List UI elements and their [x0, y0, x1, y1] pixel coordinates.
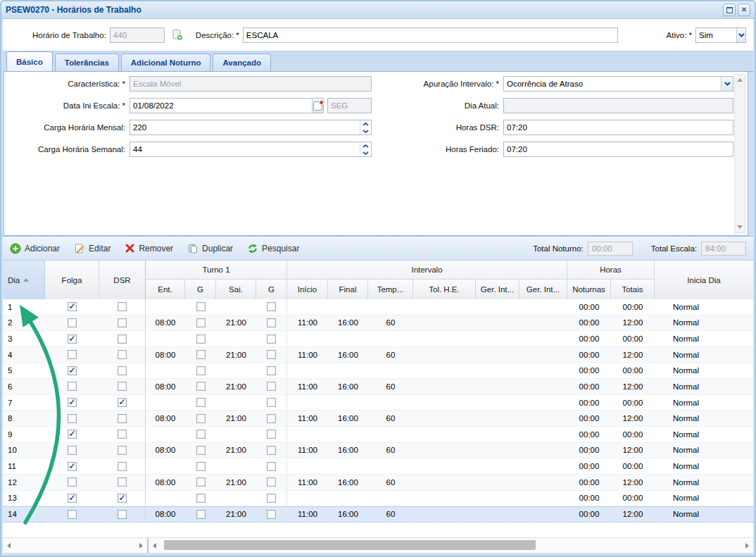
g-checkbox[interactable] — [196, 350, 206, 359]
maximize-button[interactable] — [723, 4, 736, 16]
ativo-input[interactable] — [696, 31, 736, 39]
g-checkbox[interactable] — [196, 446, 206, 455]
dsr-checkbox[interactable] — [118, 302, 127, 311]
grid-row-7[interactable]: 700:0000:00Normal — [3, 395, 753, 411]
g-checkbox[interactable] — [267, 350, 276, 359]
g-checkbox[interactable] — [267, 366, 276, 375]
dsr-checkbox[interactable] — [118, 398, 127, 407]
g-checkbox[interactable] — [196, 302, 206, 311]
g-checkbox[interactable] — [196, 366, 206, 375]
g-checkbox[interactable] — [267, 494, 276, 503]
g-checkbox[interactable] — [267, 334, 276, 344]
grid-row-4[interactable]: 408:0021:0011:0016:006000:0012:00Normal — [3, 347, 753, 363]
editar-button[interactable]: Editar — [74, 243, 111, 254]
dsr-checkbox[interactable] — [118, 350, 127, 359]
g-checkbox[interactable] — [196, 398, 206, 407]
grid-row-14[interactable]: 1408:0021:0011:0016:006000:0012:00Normal — [3, 506, 753, 522]
g-checkbox[interactable] — [196, 477, 206, 487]
apuracao-intervalo-input[interactable] — [504, 80, 721, 88]
data-ini-escala-input[interactable] — [130, 101, 312, 110]
dsr-checkbox[interactable] — [118, 430, 127, 439]
dsr-checkbox[interactable] — [118, 334, 127, 344]
dsr-checkbox[interactable] — [118, 494, 127, 503]
grid-row-11[interactable]: 1100:0000:00Normal — [3, 458, 753, 475]
tab-basico[interactable]: Básico — [6, 51, 53, 71]
g-checkbox[interactable] — [196, 318, 206, 327]
form-vertical-scrollbar[interactable] — [734, 74, 745, 233]
scroll-up-icon[interactable] — [737, 78, 743, 82]
scrollbar-thumb[interactable] — [164, 540, 536, 550]
column-header-totais[interactable]: Totais — [611, 280, 655, 299]
new-record-button[interactable] — [170, 29, 184, 42]
g-checkbox[interactable] — [267, 398, 276, 407]
apuracao-dropdown-trigger[interactable] — [721, 77, 733, 91]
adicionar-button[interactable]: Adicionar — [10, 243, 60, 254]
window-titlebar[interactable]: PSEW0270 - Horários de Trabalho ✕ — [1, 1, 755, 19]
folga-checkbox[interactable] — [68, 366, 77, 375]
scroll-right-icon[interactable] — [745, 543, 749, 549]
main-columns-scrollbar[interactable] — [149, 538, 753, 553]
column-header-g2[interactable]: G — [256, 280, 287, 299]
tab-tolerancias[interactable]: Tolerâncias — [55, 54, 119, 71]
g-checkbox[interactable] — [196, 462, 206, 471]
column-header-folga[interactable]: Folga — [45, 261, 99, 299]
g-checkbox[interactable] — [267, 510, 276, 519]
column-header-final[interactable]: Final — [328, 280, 368, 299]
column-header-sai[interactable]: Sai. — [216, 280, 256, 299]
spinner-down-icon[interactable] — [360, 149, 371, 156]
date-picker-trigger[interactable] — [312, 99, 323, 113]
g-checkbox[interactable] — [267, 462, 276, 471]
folga-checkbox[interactable] — [68, 350, 77, 359]
column-header-ger-int1[interactable]: Ger. Int... — [476, 280, 519, 299]
grid-row-5[interactable]: 500:0000:00Normal — [3, 363, 753, 380]
dsr-checkbox[interactable] — [118, 366, 127, 375]
horas-feriado-input[interactable] — [504, 145, 733, 154]
g-checkbox[interactable] — [196, 334, 206, 344]
carga-mensal-spinner[interactable] — [360, 120, 371, 134]
grid-row-12[interactable]: 1208:0021:0011:0016:006000:0012:00Normal — [3, 475, 753, 491]
grid-row-10[interactable]: 1008:0021:0011:0016:006000:0012:00Normal — [3, 443, 753, 459]
g-checkbox[interactable] — [267, 318, 276, 327]
folga-checkbox[interactable] — [68, 318, 77, 327]
folga-checkbox[interactable] — [68, 462, 77, 471]
folga-checkbox[interactable] — [68, 302, 77, 311]
total-escala-input[interactable] — [701, 242, 746, 256]
column-header-ger-int2[interactable]: Ger. Int... — [519, 280, 567, 299]
g-checkbox[interactable] — [267, 382, 276, 391]
scroll-left-icon[interactable] — [153, 543, 156, 549]
grid-row-6[interactable]: 608:0021:0011:0016:006000:0012:00Normal — [3, 379, 753, 395]
g-checkbox[interactable] — [267, 477, 276, 487]
g-checkbox[interactable] — [267, 302, 276, 311]
horario-trabalho-input[interactable] — [111, 31, 164, 39]
column-header-noturnas[interactable]: Noturnas — [567, 280, 611, 299]
column-header-temp[interactable]: Temp... — [368, 280, 413, 299]
carga-horaria-semanal-input[interactable] — [130, 145, 360, 154]
grid-row-8[interactable]: 808:0021:0011:0016:006000:0012:00Normal — [3, 411, 753, 427]
column-header-tol-he[interactable]: Tol. H.E. — [413, 280, 476, 299]
duplicar-button[interactable]: Duplicar — [187, 243, 233, 254]
column-header-dsr[interactable]: DSR — [99, 261, 146, 299]
carga-horaria-mensal-input[interactable] — [130, 123, 360, 132]
folga-checkbox[interactable] — [68, 477, 77, 487]
dia-atual-input[interactable] — [504, 101, 733, 110]
spinner-up-icon[interactable] — [360, 142, 371, 149]
locked-columns-scrollbar[interactable] — [3, 538, 149, 553]
g-checkbox[interactable] — [196, 494, 206, 503]
horas-dsr-input[interactable] — [504, 123, 733, 132]
tab-adicional-noturno[interactable]: Adicional Noturno — [121, 54, 211, 71]
folga-checkbox[interactable] — [68, 510, 77, 519]
g-checkbox[interactable] — [267, 430, 276, 439]
folga-checkbox[interactable] — [68, 446, 77, 455]
g-checkbox[interactable] — [196, 382, 206, 391]
grid-row-2[interactable]: 208:0021:0011:0016:006000:0012:00Normal — [3, 315, 753, 332]
grid-row-9[interactable]: 900:0000:00Normal — [3, 427, 753, 443]
tab-avancado[interactable]: Avançado — [213, 54, 271, 71]
close-button[interactable]: ✕ — [738, 4, 750, 16]
column-header-dia[interactable]: Dia — [3, 261, 45, 299]
weekday-input[interactable] — [328, 101, 371, 110]
spinner-up-icon[interactable] — [360, 120, 371, 127]
column-header-ent[interactable]: Ent. — [146, 280, 185, 299]
caracteristica-input[interactable] — [130, 80, 371, 88]
dsr-checkbox[interactable] — [118, 446, 127, 455]
column-header-inicia-dia[interactable]: Inicia Dia — [655, 261, 753, 299]
